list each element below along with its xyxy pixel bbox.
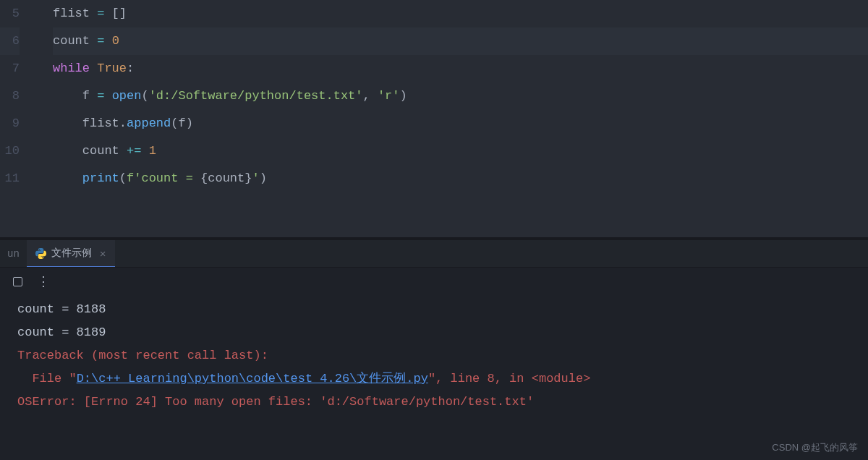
terminal-pane: un 文件示例 × ⋮ count = 8188count = 8189Trac…: [0, 240, 868, 460]
line-number: 6: [0, 27, 20, 55]
line-number: 5: [0, 0, 20, 27]
line-number: 7: [0, 55, 20, 82]
code-line[interactable]: count += 1: [53, 137, 868, 165]
terminal-tab[interactable]: 文件示例 ×: [27, 240, 115, 267]
terminal-toolbar: ⋮: [0, 268, 868, 295]
more-icon[interactable]: ⋮: [37, 273, 48, 289]
python-icon: [35, 248, 46, 259]
terminal-tab-bar: un 文件示例 ×: [0, 240, 868, 268]
output-line: Traceback (most recent call last):: [17, 344, 851, 367]
code-line[interactable]: flist.append(f): [53, 110, 868, 137]
editor-pane: 567891011 flist = []count = 0while True:…: [0, 0, 868, 237]
tab-prefix-text: un: [3, 248, 27, 260]
code-line[interactable]: print(f'count = {count}'): [53, 165, 868, 192]
code-area[interactable]: flist = []count = 0while True: f = open(…: [33, 0, 868, 237]
output-line: OSError: [Errno 24] Too many open files:…: [17, 391, 851, 414]
code-line[interactable]: count = 0: [53, 27, 868, 55]
watermark: CSDN @起飞的风筝: [772, 441, 858, 454]
terminal-output[interactable]: count = 8188count = 8189Traceback (most …: [0, 295, 868, 417]
output-line: count = 8189: [17, 321, 851, 344]
code-line[interactable]: f = open('d:/Software/python/test.txt', …: [53, 82, 868, 110]
line-number-gutter: 567891011: [0, 0, 33, 237]
line-number: 9: [0, 110, 20, 137]
file-link[interactable]: D:\c++ Learning\python\code\test 4.26\文件…: [77, 372, 428, 386]
tab-label: 文件示例: [51, 247, 92, 260]
output-line: count = 8188: [17, 298, 851, 321]
close-icon[interactable]: ×: [100, 247, 106, 260]
line-number: 8: [0, 82, 20, 110]
line-number: 11: [0, 165, 20, 192]
output-line: File "D:\c++ Learning\python\code\test 4…: [17, 367, 851, 391]
line-number: 10: [0, 137, 20, 165]
code-line[interactable]: flist = []: [53, 0, 868, 27]
code-line[interactable]: while True:: [53, 55, 868, 82]
stop-button[interactable]: [13, 277, 22, 286]
